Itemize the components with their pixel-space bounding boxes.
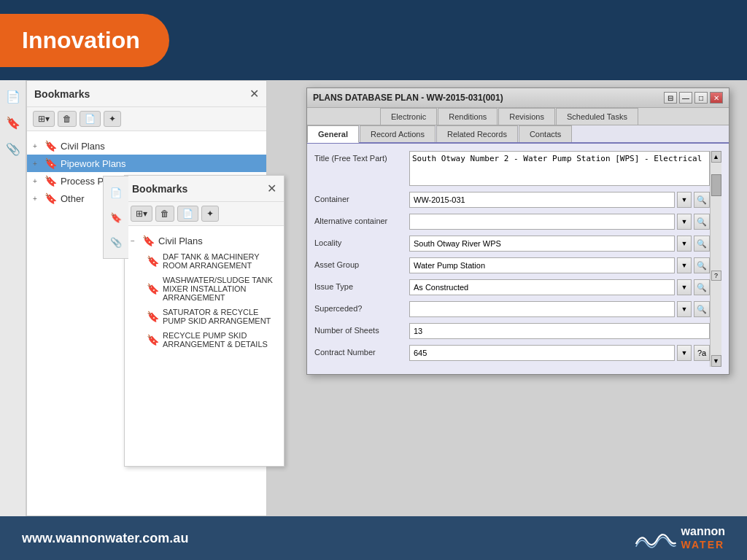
tree-label-civil-2: Civil Plans [158, 236, 203, 246]
dialog-maximize-btn[interactable]: □ [694, 92, 708, 104]
sidebar-title-2: Bookmarks [132, 183, 187, 195]
sidebar-new-btn-1[interactable]: ⊞▾ [33, 111, 55, 127]
container-dropdown-btn[interactable]: ▼ [677, 192, 692, 208]
tree-item-washwater[interactable]: 🔖 WASHWATER/SLUDGE TANK MIXER INSTALLATI… [141, 273, 284, 305]
dialog-close-btn[interactable]: ✕ [710, 92, 723, 104]
side-icon-page-2[interactable]: 📄 [107, 184, 125, 201]
contract-search-btn[interactable]: ?a [694, 345, 710, 361]
bookmark-tree-2: − 🔖 Civil Plans 🔖 DAF TANK & MACHINERY R… [125, 226, 284, 466]
side-icon-clip-2[interactable]: 📎 [107, 233, 125, 251]
input-asset-group[interactable] [409, 257, 675, 273]
tree-toggle-pipework[interactable]: + [33, 160, 44, 168]
sidebar-star-btn-2[interactable]: ✦ [201, 206, 219, 222]
dialog-minimize-btn[interactable]: — [679, 92, 692, 104]
label-container: Container [314, 192, 409, 203]
field-locality: ▼ 🔍 [409, 236, 710, 252]
alt-container-dropdown-btn[interactable]: ▼ [677, 214, 692, 230]
bookmark-icon-wash: 🔖 [147, 283, 159, 295]
sidebar-header-2: Bookmarks ✕ [125, 176, 284, 202]
footer-logo: wannon WATER [633, 525, 725, 551]
tab-general[interactable]: General [307, 125, 359, 143]
input-contract-num[interactable] [409, 345, 675, 361]
sidebar-close-btn-2[interactable]: ✕ [267, 182, 276, 195]
tree-label-recycle: RECYCLE PUMP SKID ARRANGEMENT & DETAILS [163, 331, 278, 349]
label-title: Title (Free Text Part) [314, 151, 409, 163]
tab-electronic[interactable]: Electronic [380, 108, 437, 125]
label-issue-type: Issue Type [314, 279, 409, 291]
container-search-btn[interactable]: 🔍 [694, 192, 710, 208]
locality-search-btn[interactable]: 🔍 [694, 236, 710, 252]
side-icon-bookmark-2[interactable]: 🔖 [107, 209, 125, 226]
asset-group-dropdown-btn[interactable]: ▼ [677, 257, 692, 273]
sidebar-header-1: Bookmarks ✕ [27, 81, 266, 107]
dialog-scrollbar[interactable]: ▲ ? ▼ [710, 151, 721, 367]
label-superceded: Superceded? [314, 301, 409, 313]
tab-revisions[interactable]: Revisions [498, 108, 555, 125]
sidebar-close-btn-1[interactable]: ✕ [249, 87, 259, 101]
alt-container-search-btn[interactable]: 🔍 [694, 214, 710, 230]
bookmark-icon-pipework: 🔖 [44, 158, 57, 169]
tree-label-wash: WASHWATER/SLUDGE TANK MIXER INSTALLATION… [163, 276, 278, 302]
form-row-issue-type: Issue Type ▼ 🔍 [314, 279, 710, 295]
sidebar-star-btn-1[interactable]: ✦ [104, 111, 121, 127]
tab-record-actions[interactable]: Record Actions [360, 125, 436, 142]
input-superceded[interactable] [409, 301, 675, 317]
input-container[interactable] [409, 192, 675, 208]
input-alt-container[interactable] [409, 214, 675, 230]
superceded-dropdown-btn[interactable]: ▼ [677, 301, 692, 317]
dialog-controls: ⊟ — □ ✕ [664, 92, 723, 104]
tree-label-other: Other [61, 193, 85, 204]
superceded-search-btn[interactable]: 🔍 [694, 301, 710, 317]
bookmark-icon[interactable]: 🔖 [4, 114, 22, 131]
tree-item-pipework-plans[interactable]: + 🔖 Pipework Plans [27, 155, 266, 172]
scrollbar-thumb[interactable] [711, 174, 721, 196]
sidebar-title-1: Bookmarks [34, 88, 90, 100]
sidebar-toolbar-1: ⊞▾ 🗑 📄 ✦ [27, 107, 266, 131]
header: Innovation [0, 0, 747, 80]
sidebar-panel-2: Bookmarks ✕ ⊞▾ 🗑 📄 ✦ 📄 🔖 📎 − 🔖 Civil Pla… [124, 175, 285, 467]
sidebar-new-btn-2[interactable]: ⊞▾ [131, 206, 152, 222]
bookmark-icon-recycle: 🔖 [147, 334, 159, 346]
tree-toggle-civil-2[interactable]: − [131, 237, 142, 245]
form-row-num-sheets: Number of Sheets [314, 323, 710, 339]
sidebar-add-btn-2[interactable]: 📄 [177, 206, 198, 222]
asset-group-search-btn[interactable]: 🔍 [694, 257, 710, 273]
paperclip-icon[interactable]: 📎 [4, 140, 22, 158]
tab-renditions[interactable]: Renditions [438, 108, 498, 125]
form-row-container: Container ▼ 🔍 [314, 192, 710, 208]
tree-toggle-process[interactable]: + [33, 177, 44, 185]
issue-type-dropdown-btn[interactable]: ▼ [677, 279, 692, 295]
contract-dropdown-btn[interactable]: ▼ [677, 345, 692, 361]
sidebar-delete-btn-1[interactable]: 🗑 [58, 111, 77, 127]
tree-item-saturator[interactable]: 🔖 SATURATOR & RECYCLE PUMP SKID ARRANGEM… [141, 305, 284, 328]
tree-toggle-other[interactable]: + [33, 195, 44, 203]
form-row-locality: Locality ▼ 🔍 [314, 236, 710, 252]
dialog-icon-btn[interactable]: ⊟ [664, 92, 677, 104]
input-title[interactable]: South Otway Number 2 - Water Pump Statio… [409, 151, 710, 186]
bookmark-icon-other: 🔖 [44, 192, 57, 204]
input-locality[interactable] [409, 236, 675, 252]
bookmark-icon-civil: 🔖 [44, 140, 57, 152]
sidebar-add-btn-1[interactable]: 📄 [80, 111, 101, 127]
tree-item-civil-plans-1[interactable]: + 🔖 Civil Plans [27, 137, 266, 155]
locality-dropdown-btn[interactable]: ▼ [677, 236, 692, 252]
form-row-superceded: Superceded? ▼ 🔍 [314, 301, 710, 317]
form-row-alt-container: Alternative container ▼ 🔍 [314, 214, 710, 230]
tree-item-recycle-pump[interactable]: 🔖 RECYCLE PUMP SKID ARRANGEMENT & DETAIL… [141, 328, 284, 351]
tree-item-civil-plans-2[interactable]: − 🔖 Civil Plans [125, 232, 284, 249]
tree-label-sat: SATURATOR & RECYCLE PUMP SKID ARRANGEMEN… [163, 308, 278, 325]
field-asset-group: ▼ 🔍 [409, 257, 710, 273]
bookmark-icon-sat: 🔖 [147, 311, 159, 322]
issue-type-search-btn[interactable]: 🔍 [694, 279, 710, 295]
page-icon[interactable]: 📄 [4, 88, 22, 105]
tab-contacts[interactable]: Contacts [519, 125, 572, 142]
tree-item-daf-tank[interactable]: 🔖 DAF TANK & MACHINERY ROOM ARRANGEMENT [141, 249, 284, 273]
bookmark-icon-civil-2: 🔖 [142, 235, 155, 246]
tab-scheduled-tasks[interactable]: Scheduled Tasks [556, 108, 638, 125]
input-num-sheets[interactable] [409, 323, 710, 339]
sidebar-delete-btn-2[interactable]: 🗑 [155, 206, 174, 222]
tab-related-records[interactable]: Related Records [436, 125, 518, 142]
tree-toggle-civil[interactable]: + [33, 142, 44, 150]
input-issue-type[interactable] [409, 279, 675, 295]
form-row-contract-num: Contract Number ▼ ?a [314, 345, 710, 361]
